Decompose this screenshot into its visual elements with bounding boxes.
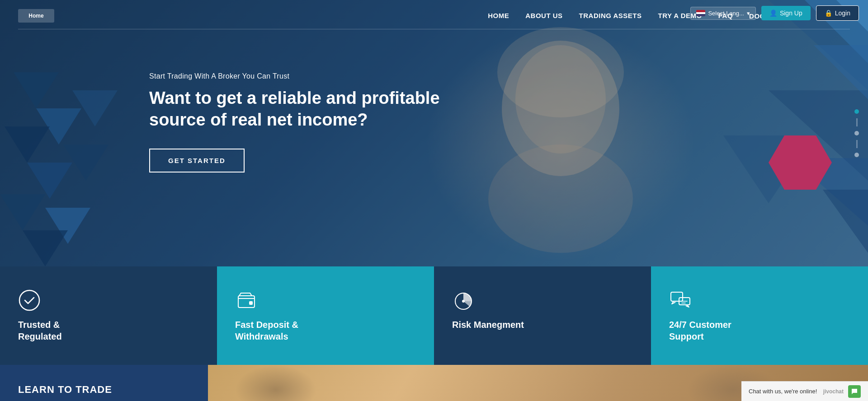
learn-section: LEARN TO TRADE ©LIVE SEMINARS & TRAINING…: [0, 365, 868, 401]
flag-icon: [696, 10, 705, 16]
learn-left: LEARN TO TRADE: [0, 365, 208, 401]
chat-brand: jivochat: [823, 388, 844, 395]
svg-marker-2: [5, 126, 50, 163]
nav-link-trading[interactable]: TRADING ASSETS: [579, 12, 642, 19]
nav-item-home[interactable]: HOME: [488, 12, 509, 20]
lock-icon: 🔒: [825, 9, 832, 17]
chat-widget[interactable]: Chat with us, we're online! jivochat: [741, 381, 868, 401]
get-started-button[interactable]: GET STARTED: [149, 149, 245, 173]
learn-title: LEARN TO TRADE: [18, 384, 112, 396]
dot-1[interactable]: [854, 109, 859, 114]
dot-2[interactable]: [854, 131, 859, 135]
dot-line-1: [856, 118, 858, 126]
feature-trusted-title: Trusted & Regulated: [18, 319, 62, 342]
side-dots-nav: [854, 109, 859, 157]
feature-trusted: Trusted & Regulated: [0, 266, 217, 365]
feature-risk: Risk Manegment: [434, 266, 651, 365]
pie-chart-icon: [452, 289, 475, 312]
checkmark-circle-icon: [18, 289, 41, 312]
svg-point-21: [19, 290, 39, 310]
nav-link-home[interactable]: HOME: [488, 12, 509, 19]
chat-text: Chat with us, we're online!: [749, 388, 819, 395]
nav-divider: [18, 29, 850, 29]
feature-support: 24/7 Customer Support: [651, 266, 868, 365]
login-button[interactable]: 🔒 Login: [816, 5, 859, 21]
svg-point-20: [488, 145, 633, 253]
features-section: Trusted & Regulated Fast Deposit & Withd…: [0, 266, 868, 365]
feature-support-title: 24/7 Customer Support: [669, 319, 731, 342]
nav-link-about[interactable]: ABOUT US: [525, 12, 562, 19]
dot-line-2: [856, 140, 858, 148]
nav-item-trading[interactable]: TRADING ASSETS: [579, 12, 642, 20]
feature-risk-title: Risk Manegment: [452, 319, 524, 331]
feature-deposit: Fast Deposit & Withdrawals: [217, 266, 434, 365]
svg-marker-3: [27, 163, 72, 199]
hero-content: Start Trading With A Broker You Can Trus…: [149, 72, 443, 173]
logo-image: Home: [18, 9, 54, 23]
logo[interactable]: Home: [18, 9, 54, 23]
language-selector[interactable]: Select Lang... ▾: [690, 7, 756, 20]
hero-title: Want to get a reliable and profitable so…: [149, 88, 443, 131]
svg-marker-16: [823, 190, 868, 253]
hero-image: [425, 27, 696, 262]
feature-deposit-title: Fast Deposit & Withdrawals: [235, 319, 298, 342]
svg-marker-6: [23, 230, 68, 266]
chevron-down-icon: ▾: [747, 10, 750, 17]
chat-icon: [848, 385, 861, 398]
nav-item-about[interactable]: ABOUT US: [525, 12, 562, 20]
wallet-icon: [235, 289, 258, 312]
woman-silhouette: [448, 27, 674, 262]
svg-point-19: [497, 27, 624, 117]
svg-marker-4: [0, 194, 45, 230]
triangles-right: [678, 0, 868, 266]
chat-support-icon: [669, 289, 692, 312]
svg-point-25: [462, 300, 465, 303]
svg-marker-0: [14, 72, 59, 108]
top-bar: Select Lang... ▾ 👤 Sign Up 🔒 Login: [681, 0, 868, 26]
signup-button[interactable]: 👤 Sign Up: [761, 6, 811, 20]
hero-subtitle: Start Trading With A Broker You Can Trus…: [149, 72, 443, 80]
hero-section: Start Trading With A Broker You Can Trus…: [0, 0, 868, 266]
triangles-left: [0, 36, 136, 266]
svg-rect-23: [249, 301, 253, 305]
user-plus-icon: 👤: [769, 9, 777, 17]
lang-label: Select Lang...: [708, 10, 744, 17]
dot-3[interactable]: [854, 153, 859, 157]
svg-rect-26: [671, 292, 683, 301]
